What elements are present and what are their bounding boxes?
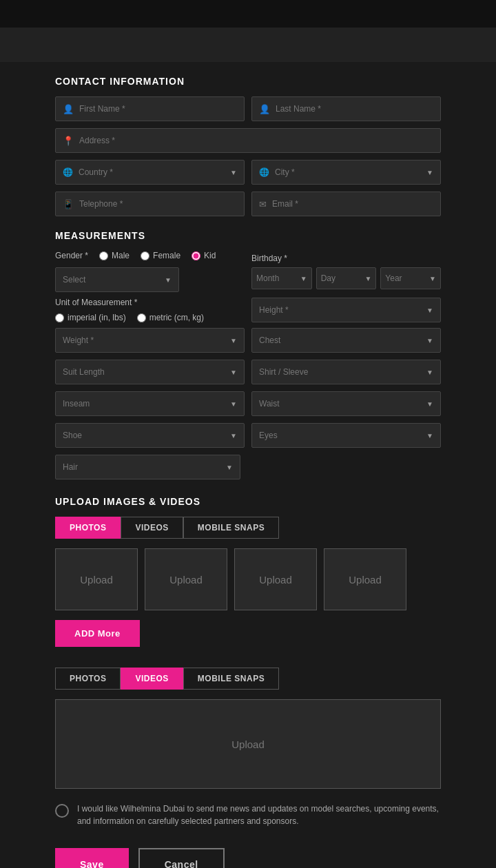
nav-bar [0, 28, 496, 62]
last-name-input[interactable] [276, 104, 433, 114]
person-icon: 👤 [63, 104, 74, 114]
email-field[interactable]: ✉ [251, 192, 441, 216]
address-input[interactable] [79, 136, 433, 145]
gender-select-label: Select [63, 275, 85, 285]
hair-select[interactable]: Hair ▼ [55, 455, 240, 479]
kid-radio[interactable] [192, 251, 200, 260]
eyes-select[interactable]: Eyes ▼ [251, 423, 441, 448]
first-name-field[interactable]: 👤 [55, 96, 245, 121]
upload-grid-2: Upload [55, 699, 441, 789]
inseam-select[interactable]: Inseam ▼ [55, 391, 245, 416]
telephone-field[interactable]: 📱 [55, 192, 245, 216]
hair-label: Hair [63, 462, 78, 472]
country-select[interactable]: 🌐 Country * ▼ [55, 160, 245, 185]
metric-radio[interactable] [137, 313, 146, 322]
country-label: Country * [79, 167, 113, 177]
top-bar [0, 0, 496, 28]
year-select[interactable]: Year ▼ [380, 267, 441, 289]
upload-box-2[interactable]: Upload [145, 548, 227, 610]
unit-label: Unit of Measurement * [55, 298, 245, 307]
upload-label-1: Upload [80, 574, 113, 586]
day-select[interactable]: Day ▼ [316, 267, 377, 289]
gender-select[interactable]: Select ▼ [55, 267, 179, 292]
first-name-input[interactable] [79, 104, 237, 114]
imperial-radio[interactable] [55, 313, 64, 322]
upload-box-1[interactable]: Upload [55, 548, 138, 610]
tab-row-2: PHOTOS VIDEOS MOBILE SNAPS [55, 668, 441, 690]
photos-tab-1[interactable]: PHOTOS [55, 517, 121, 539]
upload-label-3: Upload [259, 574, 292, 586]
contact-section-title: CONTACT INFORMATION [55, 76, 441, 87]
address-field[interactable]: 📍 [55, 128, 441, 153]
city-select[interactable]: 🌐 City * ▼ [251, 160, 441, 185]
imperial-radio-label[interactable]: imperial (in, lbs) [55, 313, 126, 322]
kid-radio-label[interactable]: Kid [192, 251, 216, 260]
save-button[interactable]: Save [55, 848, 129, 868]
upload-label-2: Upload [169, 574, 203, 586]
email-icon: ✉ [259, 199, 267, 209]
birthday-selects: Month ▼ Day ▼ Year ▼ [251, 267, 441, 289]
action-row: Save Cancel [55, 848, 441, 868]
female-radio[interactable] [141, 251, 149, 260]
mobile-snaps-tab-1[interactable]: MOBILE SNAPS [183, 517, 279, 539]
mobile-snaps-tab-2[interactable]: MOBILE SNAPS [183, 668, 279, 690]
shirt-sleeve-label: Shirt / Sleeve [259, 367, 308, 377]
imperial-label: imperial (in, lbs) [68, 313, 126, 322]
upload-box-3[interactable]: Upload [234, 548, 317, 610]
inseam-waist-row: Inseam ▼ Waist ▼ [55, 391, 441, 416]
add-more-button[interactable]: ADD More [55, 620, 140, 647]
kid-label: Kid [204, 251, 216, 260]
gender-label: Gender * [55, 251, 88, 260]
metric-label: metric (cm, kg) [149, 313, 204, 322]
chest-select[interactable]: Chest ▼ [251, 328, 441, 353]
gender-row: Gender * Male Female Kid [55, 251, 245, 260]
waist-label: Waist [259, 399, 280, 409]
tel-email-row: 📱 ✉ [55, 192, 441, 216]
globe-icon-2: 🌐 [259, 167, 269, 177]
upload-section: UPLOAD IMAGES & VIDEOS PHOTOS VIDEOS MOB… [55, 496, 441, 789]
measurements-section: MEASUREMENTS Gender * Male Female [55, 230, 441, 479]
metric-radio-label[interactable]: metric (cm, kg) [137, 313, 204, 322]
location-icon: 📍 [63, 136, 74, 146]
male-radio-label[interactable]: Male [99, 251, 130, 260]
gender-select-arrow: ▼ [165, 276, 172, 284]
weight-label: Weight * [63, 335, 94, 345]
female-label: Female [153, 251, 180, 260]
unit-row: imperial (in, lbs) metric (cm, kg) [55, 313, 245, 322]
hair-row: Hair ▼ [55, 455, 441, 479]
videos-tab-2[interactable]: VIDEOS [121, 668, 183, 690]
male-radio[interactable] [99, 251, 108, 260]
address-row: 📍 [55, 128, 441, 153]
email-input[interactable] [272, 199, 433, 209]
upload-label-4: Upload [349, 574, 382, 586]
photos-tab-2[interactable]: PHOTOS [55, 668, 121, 690]
waist-select[interactable]: Waist ▼ [251, 391, 441, 416]
newsletter-row: I would like Wilhelmina Dubai to send me… [55, 803, 441, 827]
shoe-select[interactable]: Shoe ▼ [55, 423, 245, 448]
newsletter-text: I would like Wilhelmina Dubai to send me… [77, 803, 441, 827]
newsletter-checkbox[interactable] [55, 804, 69, 818]
shoe-label: Shoe [63, 431, 82, 440]
weight-select[interactable]: Weight * ▼ [55, 328, 245, 353]
videos-tab-1[interactable]: VIDEOS [121, 517, 183, 539]
person-icon-2: 👤 [259, 104, 270, 114]
upload-grid-1: Upload Upload Upload Upload [55, 548, 441, 610]
suit-shirt-row: Suit Length ▼ Shirt / Sleeve ▼ [55, 360, 441, 384]
cancel-button[interactable]: Cancel [138, 848, 225, 868]
phone-icon: 📱 [63, 199, 74, 209]
eyes-label: Eyes [259, 431, 278, 440]
female-radio-label[interactable]: Female [141, 251, 180, 260]
month-select[interactable]: Month ▼ [251, 267, 312, 289]
upload-box-large[interactable]: Upload [55, 699, 441, 789]
suit-length-select[interactable]: Suit Length ▼ [55, 360, 245, 384]
male-label: Male [112, 251, 130, 260]
suit-length-label: Suit Length [63, 367, 105, 377]
globe-icon: 🌐 [63, 167, 73, 177]
city-label: City * [275, 167, 295, 177]
telephone-input[interactable] [79, 199, 237, 209]
upload-box-4[interactable]: Upload [324, 548, 406, 610]
last-name-field[interactable]: 👤 [251, 96, 441, 121]
weight-chest-row: Weight * ▼ Chest ▼ [55, 328, 441, 353]
height-select[interactable]: Height * ▼ [251, 298, 441, 322]
shirt-sleeve-select[interactable]: Shirt / Sleeve ▼ [251, 360, 441, 384]
